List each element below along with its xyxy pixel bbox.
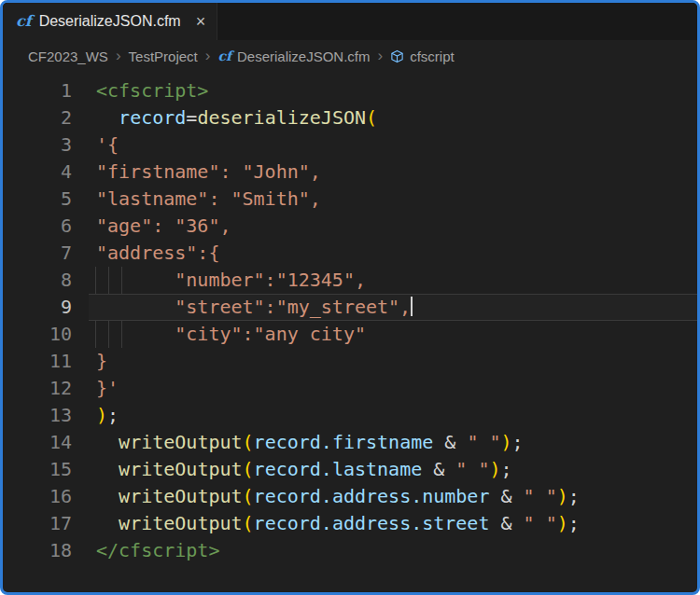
line-number[interactable]: 15 bbox=[3, 456, 89, 483]
line-number[interactable]: 7 bbox=[3, 240, 89, 267]
line-number[interactable]: 11 bbox=[3, 348, 89, 375]
line-number[interactable]: 2 bbox=[3, 104, 89, 131]
tab-bar: cf DeserializeJSON.cfm × bbox=[3, 3, 697, 40]
line-number[interactable]: 6 bbox=[3, 213, 89, 240]
line-number[interactable]: 3 bbox=[3, 131, 89, 159]
line-number[interactable]: 1 bbox=[3, 77, 89, 104]
code-line-text[interactable]: "lastname": "Smith", bbox=[89, 186, 697, 213]
code-line[interactable]: 5"lastname": "Smith", bbox=[3, 186, 697, 213]
code-line[interactable]: 15 writeOutput(record.lastname & " "); bbox=[3, 456, 697, 483]
text-cursor bbox=[411, 297, 413, 316]
code-area: 1<cfscript>2 record=deserializeJSON(3'{4… bbox=[3, 77, 697, 564]
chevron-right-icon: › bbox=[116, 48, 121, 63]
line-number[interactable]: 10 bbox=[3, 321, 89, 348]
breadcrumb-label: cfscript bbox=[410, 48, 455, 64]
code-line[interactable]: 6"age": "36", bbox=[3, 213, 697, 240]
breadcrumb-item-cfscript[interactable]: cfscript bbox=[390, 48, 455, 64]
code-line[interactable]: 9 "street":"my_street", bbox=[3, 294, 697, 321]
line-number[interactable]: 12 bbox=[3, 375, 89, 402]
code-line[interactable]: 13); bbox=[3, 402, 697, 429]
code-line-text[interactable]: } bbox=[89, 348, 697, 375]
editor: 1<cfscript>2 record=deserializeJSON(3'{4… bbox=[3, 72, 697, 564]
code-line-text[interactable]: "age": "36", bbox=[89, 213, 697, 240]
code-line-text[interactable]: "address":{ bbox=[89, 240, 697, 267]
line-number[interactable]: 5 bbox=[3, 186, 89, 213]
code-line[interactable]: 8 "number":"12345", bbox=[3, 267, 697, 294]
line-number[interactable]: 18 bbox=[3, 537, 89, 564]
line-number[interactable]: 16 bbox=[3, 483, 89, 510]
code-line[interactable]: 1<cfscript> bbox=[3, 77, 697, 104]
vscode-window: cf DeserializeJSON.cfm × CF2023_WS › Tes… bbox=[0, 0, 700, 595]
line-number[interactable]: 13 bbox=[3, 402, 89, 429]
coldfusion-file-icon: cf bbox=[16, 14, 32, 29]
code-line[interactable]: 4"firstname": "John", bbox=[3, 159, 697, 186]
code-line-text[interactable]: writeOutput(record.lastname & " "); bbox=[89, 456, 697, 483]
tab-deserializejson[interactable]: cf DeserializeJSON.cfm × bbox=[3, 3, 217, 40]
breadcrumb-item-workspace[interactable]: CF2023_WS bbox=[28, 48, 108, 64]
code-line-text[interactable]: }' bbox=[89, 375, 697, 402]
line-number[interactable]: 14 bbox=[3, 429, 89, 456]
code-line[interactable]: 11} bbox=[3, 348, 697, 375]
code-line-text[interactable]: writeOutput(record.firstname & " "); bbox=[89, 429, 697, 456]
breadcrumb-item-file[interactable]: cf DeserializeJSON.cfm bbox=[217, 48, 370, 64]
chevron-right-icon: › bbox=[205, 48, 211, 63]
code-line-text[interactable]: </cfscript> bbox=[89, 537, 697, 564]
breadcrumb: CF2023_WS › TestProject › cf Deserialize… bbox=[3, 40, 697, 72]
coldfusion-file-icon: cf bbox=[217, 49, 231, 62]
close-tab-icon[interactable]: × bbox=[196, 13, 206, 30]
code-line-text[interactable]: '{ bbox=[89, 131, 697, 159]
code-line[interactable]: 16 writeOutput(record.address.number & "… bbox=[3, 483, 697, 510]
code-line[interactable]: 10 "city":"any city" bbox=[3, 321, 697, 348]
code-line-text[interactable]: "number":"12345", bbox=[89, 267, 697, 294]
code-line-text[interactable]: record=deserializeJSON( bbox=[89, 104, 697, 131]
symbol-cube-icon bbox=[390, 49, 404, 63]
code-line-text[interactable]: ); bbox=[89, 402, 697, 429]
breadcrumb-label: DeserializeJSON.cfm bbox=[237, 48, 371, 64]
code-line[interactable]: 2 record=deserializeJSON( bbox=[3, 104, 697, 131]
tab-label: DeserializeJSON.cfm bbox=[39, 13, 181, 30]
code-line-text[interactable]: "street":"my_street", bbox=[89, 294, 697, 321]
line-number[interactable]: 8 bbox=[3, 267, 89, 294]
line-number[interactable]: 4 bbox=[3, 159, 89, 186]
code-line[interactable]: 18</cfscript> bbox=[3, 537, 697, 564]
code-line-text[interactable]: writeOutput(record.address.number & " ")… bbox=[89, 483, 697, 510]
code-line[interactable]: 14 writeOutput(record.firstname & " "); bbox=[3, 429, 697, 456]
code-line[interactable]: 12}' bbox=[3, 375, 697, 402]
breadcrumb-label: TestProject bbox=[129, 48, 198, 64]
code-line-text[interactable]: "city":"any city" bbox=[89, 321, 697, 348]
chevron-right-icon: › bbox=[378, 48, 384, 63]
code-line[interactable]: 17 writeOutput(record.address.street & "… bbox=[3, 510, 697, 537]
code-line[interactable]: 7"address":{ bbox=[3, 240, 697, 267]
line-number[interactable]: 17 bbox=[3, 510, 89, 537]
code-line-text[interactable]: "firstname": "John", bbox=[89, 159, 697, 186]
code-line-text[interactable]: writeOutput(record.address.street & " ")… bbox=[89, 510, 697, 537]
code-line-text[interactable]: <cfscript> bbox=[89, 77, 697, 104]
breadcrumb-label: CF2023_WS bbox=[28, 48, 108, 64]
code-line[interactable]: 3'{ bbox=[3, 131, 697, 159]
breadcrumb-item-project[interactable]: TestProject bbox=[129, 48, 198, 64]
line-number[interactable]: 9 bbox=[3, 294, 89, 321]
